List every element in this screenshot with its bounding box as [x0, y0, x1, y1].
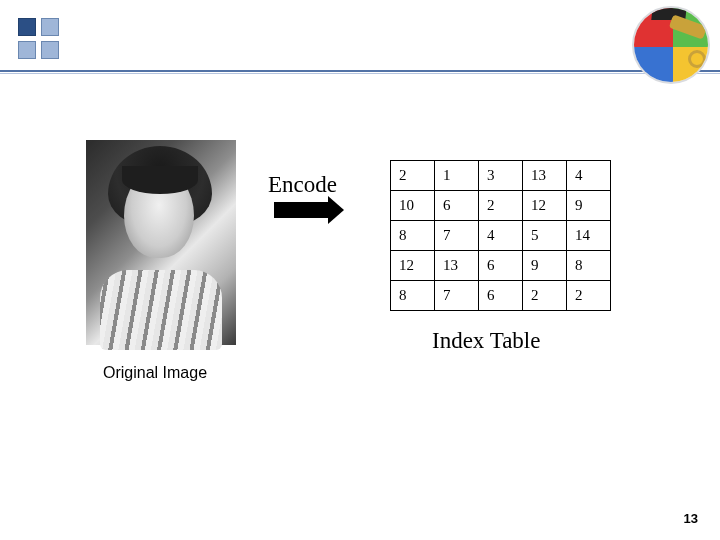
table-row: 874514: [391, 221, 611, 251]
table-row: 1213698: [391, 251, 611, 281]
arrow-right-icon: [274, 202, 328, 218]
table-row: 213134: [391, 161, 611, 191]
original-image-caption: Original Image: [103, 364, 207, 382]
header-subrule: [0, 73, 720, 74]
table-row: 1062129: [391, 191, 611, 221]
header-rule: [0, 70, 720, 72]
corner-logo: [632, 6, 710, 84]
original-image-thumbnail: [86, 140, 236, 345]
index-table-caption: Index Table: [432, 328, 540, 354]
encode-label: Encode: [268, 172, 337, 198]
page-number: 13: [684, 511, 698, 526]
slide-bullet-decoration: [18, 18, 59, 59]
index-table: 213134 1062129 874514 1213698 87622: [390, 160, 611, 311]
table-row: 87622: [391, 281, 611, 311]
